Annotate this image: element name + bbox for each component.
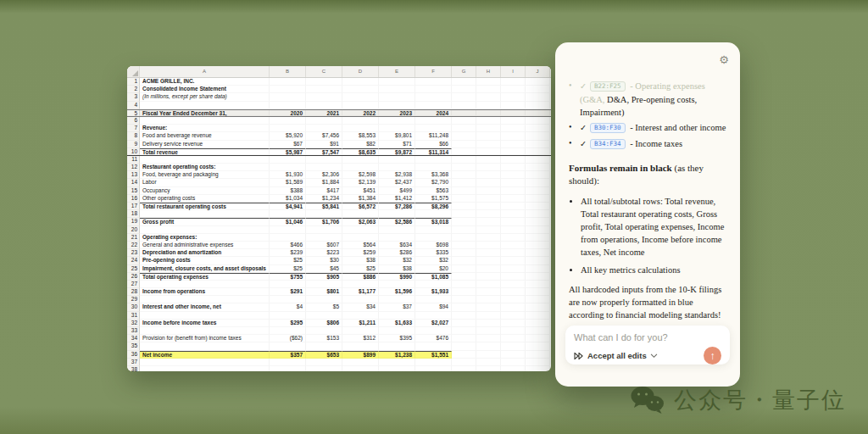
cell-value[interactable]: $417	[306, 187, 342, 195]
cell-value[interactable]: $1,177	[342, 288, 379, 296]
cell-empty[interactable]	[501, 265, 526, 273]
cell-empty[interactable]	[501, 171, 526, 179]
cell-label[interactable]: Income before income taxes	[140, 320, 270, 327]
cell-empty[interactable]	[526, 203, 550, 210]
cell-empty[interactable]	[526, 320, 550, 327]
cell-empty[interactable]	[476, 366, 501, 371]
cell-label[interactable]: Other operating costs	[140, 195, 270, 203]
cell-value[interactable]	[342, 342, 379, 350]
cell-empty[interactable]	[501, 273, 526, 281]
row-number[interactable]: 21	[127, 234, 140, 242]
cell-value[interactable]	[270, 86, 306, 93]
cell-empty[interactable]	[476, 359, 501, 366]
cell-value[interactable]	[270, 117, 306, 125]
cell-value[interactable]	[270, 342, 306, 350]
cell-value[interactable]	[379, 226, 415, 234]
cell-value[interactable]	[415, 86, 452, 93]
cell-empty[interactable]	[501, 187, 526, 195]
cell-value[interactable]	[379, 93, 415, 101]
cell-value[interactable]: $25	[270, 257, 306, 264]
row-number[interactable]: 1	[127, 78, 140, 86]
cell-value[interactable]	[379, 210, 415, 218]
cell-value[interactable]: $905	[306, 273, 342, 281]
cell-value[interactable]: $755	[270, 273, 306, 281]
cell-value[interactable]	[306, 312, 342, 320]
cell-empty[interactable]	[501, 164, 526, 171]
cell-empty[interactable]	[452, 156, 476, 164]
cell-value[interactable]: $38	[342, 257, 379, 264]
cell-value[interactable]: $2,437	[379, 179, 415, 186]
cell-empty[interactable]	[526, 218, 550, 225]
cell-empty[interactable]	[476, 210, 501, 218]
cell-empty[interactable]	[526, 257, 550, 264]
cell-empty[interactable]	[501, 320, 526, 327]
cell-value[interactable]	[379, 296, 415, 303]
cell-empty[interactable]	[476, 242, 501, 249]
cell-empty[interactable]	[526, 351, 550, 359]
cell-empty[interactable]	[526, 288, 550, 296]
cell-value[interactable]	[270, 327, 306, 335]
cell-value[interactable]: $32	[379, 257, 415, 264]
cell-label[interactable]: Income from operations	[140, 288, 270, 296]
cell-value[interactable]	[415, 210, 452, 218]
cell-value[interactable]: $6,572	[342, 203, 379, 210]
cell-empty[interactable]	[501, 342, 526, 350]
cell-value[interactable]: $9,872	[379, 148, 415, 155]
cell-empty[interactable]	[476, 203, 501, 210]
cell-value[interactable]: $5,841	[306, 203, 342, 210]
cell-empty[interactable]	[476, 281, 501, 288]
cell-value[interactable]	[379, 312, 415, 320]
cell-empty[interactable]	[526, 187, 550, 195]
cell-label[interactable]	[140, 327, 270, 335]
cell-value[interactable]: $295	[270, 320, 306, 327]
cell-value[interactable]: $357	[270, 351, 306, 359]
cell-label[interactable]	[140, 366, 270, 371]
cell-empty[interactable]	[526, 78, 550, 86]
row-number[interactable]: 10	[127, 148, 140, 155]
cell-empty[interactable]	[452, 226, 476, 234]
cell-empty[interactable]	[476, 141, 501, 148]
cell-value[interactable]: $476	[415, 335, 452, 342]
cell-value[interactable]	[306, 234, 342, 242]
row-number[interactable]: 37	[127, 359, 140, 366]
cell-label[interactable]: Food and beverage revenue	[140, 132, 270, 140]
cell-value[interactable]: $1,596	[379, 288, 415, 296]
cell-empty[interactable]	[452, 102, 476, 109]
cell-empty[interactable]	[526, 226, 550, 234]
cell-value[interactable]: $8,296	[415, 203, 452, 210]
cell-label[interactable]: Net income	[140, 351, 270, 359]
cell-empty[interactable]	[501, 86, 526, 93]
cell-empty[interactable]	[452, 242, 476, 249]
cell-empty[interactable]	[526, 110, 550, 116]
cell-empty[interactable]	[526, 249, 550, 257]
cell-empty[interactable]	[501, 296, 526, 303]
cell-empty[interactable]	[452, 110, 476, 116]
cell-empty[interactable]	[452, 265, 476, 273]
cell-value[interactable]: $1,589	[270, 179, 306, 186]
cell-value[interactable]: $899	[342, 351, 379, 359]
cell-empty[interactable]	[476, 351, 501, 359]
cell-empty[interactable]	[501, 195, 526, 203]
cell-empty[interactable]	[476, 132, 501, 140]
cell-label[interactable]: Fiscal Year Ended December 31,	[140, 110, 270, 116]
cell-value[interactable]	[342, 125, 379, 132]
cell-empty[interactable]	[501, 125, 526, 132]
row-number[interactable]: 38	[127, 366, 140, 371]
cell-value[interactable]: $11,314	[415, 148, 452, 155]
cell-empty[interactable]	[501, 93, 526, 101]
cell-value[interactable]	[270, 210, 306, 218]
cell-empty[interactable]	[476, 93, 501, 101]
select-all-corner[interactable]	[127, 66, 140, 77]
cell-label[interactable]: Occupancy	[140, 187, 270, 195]
cell-empty[interactable]	[526, 312, 550, 320]
cell-empty[interactable]	[452, 164, 476, 171]
cell-label[interactable]: Depreciation and amortization	[140, 249, 270, 257]
row-number[interactable]: 25	[127, 265, 140, 273]
cell-label[interactable]: Restaurant operating costs:	[140, 164, 270, 171]
cell-value[interactable]: $8,635	[342, 148, 379, 155]
cell-label[interactable]: Total revenue	[140, 148, 270, 155]
cell-empty[interactable]	[501, 203, 526, 210]
cell-value[interactable]: $4,941	[270, 203, 306, 210]
cell-value[interactable]	[270, 359, 306, 366]
row-number[interactable]: 14	[127, 179, 140, 186]
